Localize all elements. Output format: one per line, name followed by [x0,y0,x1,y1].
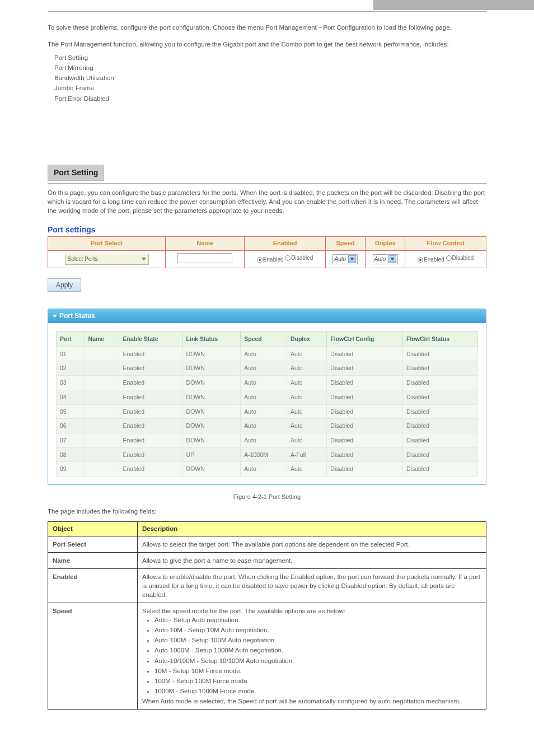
table-row: 08EnabledUPA-1000MA-FullDisabledDisabled [57,447,478,462]
duplex-select[interactable]: Auto [373,254,398,264]
status-cell: Disabled [327,419,403,433]
status-cell: Auto [241,390,287,404]
status-col-port: Port [57,332,85,347]
col-speed: Speed [325,237,365,250]
flow-radio-off[interactable]: Disabled [446,254,474,262]
status-cell [85,347,119,361]
status-cell: Disabled [402,462,477,477]
port-status-title: Port Status [59,311,95,321]
col-duplex: Duplex [366,237,405,250]
desc-text-enabled: Allows to enable/disable the port. When … [138,568,486,603]
intro-lead: The Port Management function, allowing y… [48,40,486,49]
port-settings-figure: Port settings Port Select Name Enabled S… [48,225,486,502]
status-col-name: Name [85,332,119,347]
section-heading-bar: Port Setting [48,165,486,181]
status-cell: DOWN [182,347,241,361]
status-cell: Enabled [119,347,182,361]
status-cell [85,390,119,404]
col-flow-control: Flow Control [405,237,486,250]
status-cell: Disabled [402,447,477,462]
status-cell: UP [182,447,241,462]
port-select-dropdown[interactable]: Select Ports [65,254,149,265]
table-row: 03EnabledDOWNAutoAutoDisabledDisabled [57,376,478,390]
duplex-value: Auto [374,255,386,263]
status-cell: DOWN [182,361,241,376]
speed-opt: Auto-100M - Setup 100M Auto negotiation. [154,636,481,645]
closing-paragraph: The page includes the following fields: [48,507,486,516]
status-cell: Disabled [402,404,477,419]
status-col-duplex: Duplex [287,332,326,347]
status-cell: Auto [241,433,287,447]
speed-opt: 100M - Setup 100M Force mode. [154,676,481,685]
port-select-value: Select Ports [68,255,98,263]
status-cell: Enabled [119,404,182,419]
desc-head-object: Object [48,522,138,536]
status-cell: Enabled [119,433,182,447]
status-cell: DOWN [182,404,241,419]
speed-value: Auto [334,255,346,263]
port-name-input[interactable] [177,253,232,263]
intro-item: Port Setting [54,53,486,62]
desc-text-port-select: Allows to select the target port. The av… [138,536,486,552]
table-row: 02EnabledDOWNAutoAutoDisabledDisabled [57,361,478,376]
speed-select[interactable]: Auto [332,254,358,264]
chevron-down-icon [142,258,146,260]
section-divider [48,183,486,184]
port-status-header[interactable]: Port Status [48,309,486,323]
status-cell: Disabled [327,447,403,462]
speed-opt: 10M - Setup 10M Force mode. [154,666,481,675]
status-cell: Disabled [402,419,477,433]
enabled-radio-off[interactable]: Disabled [285,254,313,262]
status-cell: 09 [57,462,85,477]
desc-speed-lead: Select the speed mode for the port. The … [142,606,481,615]
status-cell: Auto [241,361,287,376]
status-cell: Disabled [327,404,403,419]
status-cell: Auto [241,462,287,477]
status-cell: Auto [287,376,326,390]
status-cell: Enabled [119,376,182,390]
apply-button[interactable]: Apply [48,278,81,292]
col-enabled: Enabled [245,237,326,250]
col-name: Name [166,237,245,250]
intro-item: Bandwidth Utilization [54,73,486,82]
status-cell: A-Full [287,447,326,462]
status-cell: Disabled [402,347,477,361]
desc-label-name: Name [48,552,138,568]
status-cell [85,404,119,419]
status-cell: 01 [57,347,85,361]
speed-opt: Auto - Setup Auto negotiation. [154,615,481,624]
intro-item: Jumbo Frame [54,83,486,92]
status-cell: Disabled [327,433,403,447]
desc-head-description: Description [138,522,486,536]
status-cell: Auto [287,347,326,361]
status-cell: Auto [287,361,326,376]
desc-label-port-select: Port Select [48,536,138,552]
figure-caption: Figure 4-2-1 Port Setting [48,493,486,501]
collapse-icon [53,315,57,318]
status-cell: Enabled [119,447,182,462]
enabled-radio-on[interactable]: Enabled [257,256,284,264]
status-cell: 04 [57,390,85,404]
status-cell: DOWN [182,433,241,447]
status-cell [85,462,119,477]
status-cell: Auto [287,462,326,477]
status-cell: DOWN [182,390,241,404]
status-cell [85,376,119,390]
status-col-speed: Speed [241,332,287,347]
desc-label-speed: Speed [48,603,138,710]
desc-speed-tail: When Auto mode is selected, the Speed of… [142,697,481,706]
speed-opt: Auto-10M - Setup 10M Auto negotiation. [154,626,481,634]
col-port-select: Port Select [48,237,166,250]
status-cell: Auto [241,404,287,419]
flow-radio-on[interactable]: Enabled [418,256,444,264]
intro-item: Port Error Disabled [54,94,486,103]
status-cell [85,419,119,433]
status-col-fc-config: FlowCtrl Config [327,332,403,347]
status-cell: Disabled [402,361,477,376]
chevron-down-icon [350,258,354,260]
status-cell [85,447,119,462]
intro-item: Port Mirroring [54,63,486,72]
status-cell: DOWN [182,419,241,433]
status-cell: Auto [287,433,326,447]
status-cell: Auto [241,376,287,390]
